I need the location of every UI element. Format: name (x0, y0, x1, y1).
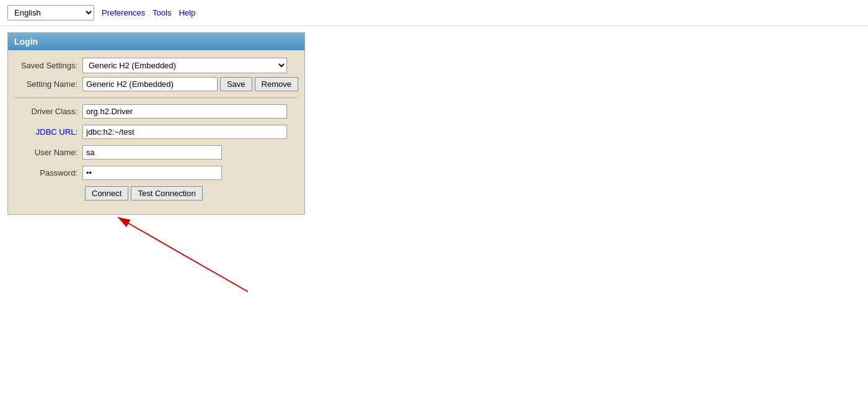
user-name-input[interactable] (82, 145, 222, 160)
saved-settings-label: Saved Settings: (14, 61, 82, 70)
password-label: Password: (14, 168, 82, 178)
connect-button[interactable]: Connect (85, 186, 128, 200)
action-buttons-row: Connect Test Connection (14, 186, 298, 200)
password-row: Password: (14, 166, 298, 180)
jdbc-url-row: JDBC URL: (14, 125, 298, 139)
driver-class-row: Driver Class: (14, 104, 298, 119)
jdbc-url-input[interactable] (82, 125, 287, 139)
svg-line-1 (118, 217, 248, 292)
save-button[interactable]: Save (220, 77, 252, 91)
divider (14, 97, 298, 98)
password-input[interactable] (82, 166, 222, 180)
setting-name-label: Setting Name: (14, 79, 82, 89)
saved-settings-row: Saved Settings: Generic H2 (Embedded)Gen… (14, 58, 298, 73)
help-link[interactable]: Help (179, 8, 195, 17)
login-panel-body: Saved Settings: Generic H2 (Embedded)Gen… (8, 50, 304, 214)
tools-link[interactable]: Tools (153, 8, 171, 17)
top-bar: EnglishGermanFrenchSpanish Preferences T… (0, 0, 868, 26)
login-panel-header: Login (8, 33, 304, 50)
login-panel: Login Saved Settings: Generic H2 (Embedd… (7, 32, 305, 215)
language-select[interactable]: EnglishGermanFrenchSpanish (7, 5, 94, 20)
login-title: Login (14, 37, 38, 47)
preferences-link[interactable]: Preferences (102, 8, 145, 17)
remove-button[interactable]: Remove (255, 77, 298, 91)
user-name-label: User Name: (14, 148, 82, 157)
setting-name-row: Setting Name: Save Remove (14, 77, 298, 91)
saved-settings-select[interactable]: Generic H2 (Embedded)Generic H2 (Server)… (82, 58, 287, 73)
test-connection-button[interactable]: Test Connection (131, 186, 202, 200)
setting-name-input[interactable] (82, 77, 218, 91)
jdbc-url-label[interactable]: JDBC URL: (14, 127, 82, 137)
driver-class-input[interactable] (82, 104, 287, 119)
main-content: Login Saved Settings: Generic H2 (Embedd… (0, 26, 868, 221)
user-name-row: User Name: (14, 145, 298, 160)
driver-class-label: Driver Class: (14, 107, 82, 116)
